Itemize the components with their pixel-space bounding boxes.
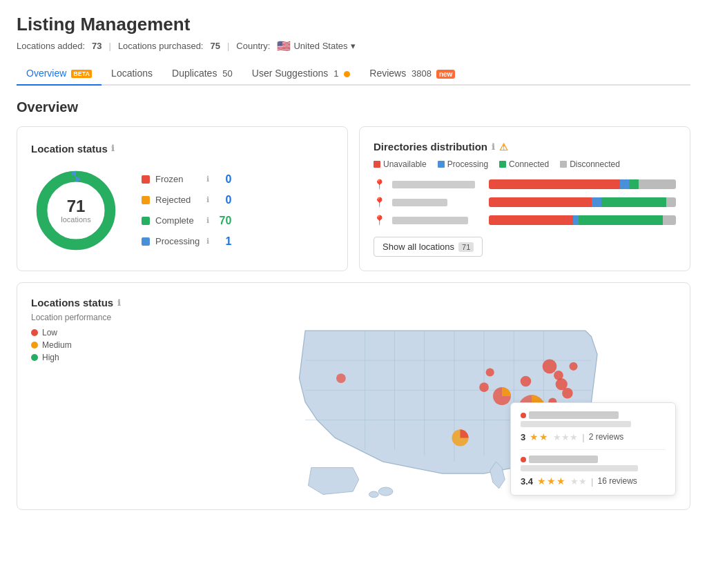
tab-duplicates-count: 50 (222, 68, 232, 79)
flag-icon: 🇺🇸 (277, 39, 291, 52)
locations-status-title: Locations status (31, 297, 113, 308)
tooltip-item-2: 3.4 ★★★★★ | 16 reviews (521, 455, 666, 487)
high-label: High (42, 353, 59, 362)
complete-dot (142, 217, 150, 225)
tab-user-suggestions-label: User Suggestions (252, 68, 329, 79)
disconnected-legend-dot (560, 161, 567, 168)
processing-legend-dot (438, 161, 445, 168)
location-status-card: Location status ℹ (17, 126, 348, 271)
top-cards-row: Location status ℹ (17, 126, 690, 271)
locations-added-value: 73 (92, 41, 101, 51)
map-pin[interactable] (543, 359, 557, 373)
overview-section-title: Overview (17, 99, 690, 115)
country-label: Country: (236, 41, 270, 51)
tab-overview-label: Overview (26, 68, 66, 79)
directories-title: Directories distribution ℹ ⚠ (374, 141, 676, 153)
processing-dot (142, 237, 150, 246)
tab-user-suggestions[interactable]: User Suggestions 1 (242, 62, 360, 86)
tab-duplicates-label: Duplicates (172, 68, 217, 79)
tooltip-addr-2 (521, 464, 666, 473)
perf-subtitle: Location performance (31, 313, 155, 322)
dir-row-3: 📍 (374, 215, 676, 226)
info-icon: ℹ (111, 144, 115, 153)
tab-user-suggestions-count: 1 (333, 68, 338, 79)
tooltip-item-1: 3 ★★★★★ | 2 reviews (521, 411, 666, 442)
donut-label: locations (61, 215, 90, 224)
legend-item-rejected: Rejected ℹ 0 (142, 194, 231, 206)
legend-item-frozen: Frozen ℹ 0 (142, 173, 231, 186)
pin-icon-3: 📍 (374, 215, 385, 226)
tab-overview[interactable]: Overview BETA (17, 62, 101, 86)
directories-distribution-card: Directories distribution ℹ ⚠ Unavailable… (359, 126, 690, 271)
locations-purchased-value: 75 (210, 41, 220, 51)
tab-reviews-label: Reviews (369, 68, 406, 79)
page-meta: Locations added: 73 | Locations purchase… (17, 39, 690, 52)
tab-overview-badge: BETA (71, 70, 92, 78)
tab-duplicates[interactable]: Duplicates 50 (162, 62, 242, 86)
locations-status-header: Locations status ℹ (31, 297, 155, 308)
country-name: United States (293, 41, 347, 51)
map-pin[interactable] (336, 373, 346, 383)
locations-status-left: Locations status ℹ Location performance … (31, 297, 155, 362)
unavailable-legend-dot (374, 161, 380, 168)
tooltip-dot-2 (521, 457, 526, 462)
map-pin[interactable] (479, 382, 489, 392)
perf-high: High (31, 353, 155, 362)
page-container: Listing Management Locations added: 73 |… (0, 0, 707, 524)
pin-icon-1: 📍 (374, 179, 385, 190)
tooltip-name-1 (521, 411, 666, 419)
tab-reviews[interactable]: Reviews 3808 new (360, 62, 465, 86)
svg-point-3 (378, 487, 393, 496)
pin-icon-2: 📍 (374, 197, 385, 208)
dir-bar-1 (489, 179, 676, 189)
processing-label: Processing (447, 159, 488, 169)
chevron-down-icon: ▾ (351, 41, 356, 51)
medium-label: Medium (42, 340, 72, 350)
page-header: Listing Management Locations added: 73 |… (17, 14, 690, 52)
donut-center: 71 locations (61, 197, 90, 223)
map-pin[interactable] (562, 388, 573, 399)
dir-name-2 (392, 199, 482, 206)
unavailable-label: Unavailable (383, 159, 427, 169)
dir-legend: Unavailable Processing Connected Disconn… (374, 159, 676, 169)
locations-info-icon: ℹ (117, 298, 121, 308)
donut-chart: 71 locations (31, 166, 121, 255)
performance-legend: Location performance Low Medium High (31, 313, 155, 362)
map-pin[interactable] (570, 362, 578, 371)
locations-added-label: Locations added: (17, 41, 85, 51)
tooltip-rating-1: 3 ★★★★★ | 2 reviews (521, 431, 666, 442)
high-dot (31, 354, 38, 361)
tab-locations[interactable]: Locations (101, 62, 162, 86)
dir-name-3 (392, 217, 482, 224)
tab-reviews-count: 3808 (411, 68, 432, 79)
map-tooltip: 3 ★★★★★ | 2 reviews 3.4 ★★★★★ | (510, 402, 676, 496)
map-pin[interactable] (521, 376, 532, 387)
show-all-count: 71 (458, 242, 474, 252)
tab-bar: Overview BETA Locations Duplicates 50 Us… (17, 62, 690, 86)
svg-point-4 (369, 491, 379, 498)
dir-info-icon: ℹ (492, 142, 495, 152)
show-all-label: Show all locations (382, 242, 454, 252)
status-legend: Frozen ℹ 0 Rejected ℹ 0 Complete (142, 173, 231, 248)
legend-item-processing: Processing ℹ 1 (142, 235, 231, 248)
country-selector[interactable]: 🇺🇸 United States ▾ (277, 39, 355, 52)
tooltip-rating-2: 3.4 ★★★★★ | 16 reviews (521, 476, 666, 487)
low-label: Low (42, 328, 57, 337)
tab-user-suggestions-dot (344, 71, 350, 77)
donut-count: 71 (61, 197, 90, 215)
tooltip-dot-1 (521, 413, 526, 418)
map-pin[interactable] (486, 368, 494, 376)
dir-name-1 (392, 181, 482, 188)
warning-icon: ⚠ (499, 141, 508, 153)
dir-bar-3 (489, 215, 676, 225)
connected-label: Connected (509, 159, 549, 169)
tab-reviews-badge: new (436, 70, 455, 79)
frozen-dot (142, 175, 150, 184)
legend-item-complete: Complete ℹ 70 (142, 215, 231, 227)
low-dot (31, 329, 38, 336)
directories-title-text: Directories distribution (374, 141, 487, 153)
medium-dot (31, 342, 38, 349)
show-all-locations-button[interactable]: Show all locations 71 (374, 237, 483, 257)
tooltip-name-2 (521, 455, 666, 463)
locations-status-card: Locations status ℹ Location performance … (17, 282, 690, 510)
